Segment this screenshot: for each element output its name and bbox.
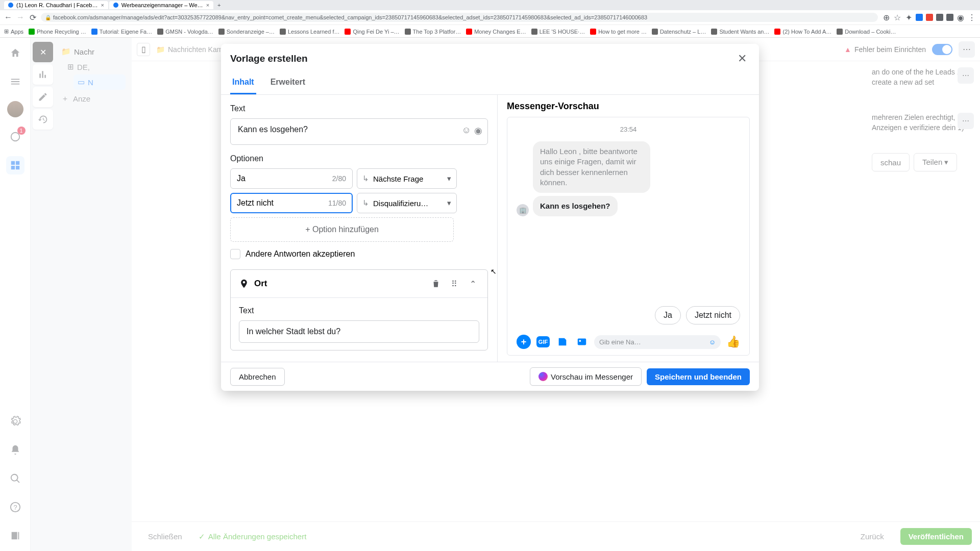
profile-icon[interactable]: ◉ xyxy=(957,13,965,21)
reload-icon[interactable]: ⟳ xyxy=(29,13,37,21)
bookmark-item[interactable]: How to get more … xyxy=(590,29,647,35)
bookmark-item[interactable]: Sonderanzeige –… xyxy=(218,29,275,35)
svg-rect-3 xyxy=(578,339,586,345)
messenger-icon xyxy=(538,372,548,381)
puzzle-icon[interactable]: ✦ xyxy=(904,13,913,21)
quick-replies: Ja Jetzt nicht xyxy=(655,306,740,324)
emoji-icon[interactable]: ☺ xyxy=(462,125,471,136)
bookmark-item[interactable]: Student Wants an… xyxy=(711,29,769,35)
menu-icon[interactable]: ⋮ xyxy=(968,13,976,21)
star-icon[interactable]: ☆ xyxy=(893,13,901,21)
chevron-down-icon: ▾ xyxy=(447,198,451,208)
chevron-up-icon[interactable]: ⌃ xyxy=(466,277,479,290)
url-text: facebook.com/adsmanager/manage/ads/edit?… xyxy=(53,14,647,20)
trash-icon[interactable] xyxy=(429,277,443,290)
apps-button[interactable]: ⊞Apps xyxy=(4,28,23,35)
ext-icon[interactable] xyxy=(946,14,953,21)
composer: + GIF Gib eine Na… ☺ 👍 xyxy=(517,335,740,349)
section-title: Ort xyxy=(254,279,424,289)
lock-icon: 🔒 xyxy=(45,15,51,20)
save-button[interactable]: Speichern und beenden xyxy=(647,368,750,385)
timestamp: 23:54 xyxy=(517,126,740,133)
modal-title: Vorlage erstellen xyxy=(230,53,308,64)
bookmark-item[interactable]: Lessons Learned f… xyxy=(280,29,340,35)
message-bubble: Hallo Leon , bitte beantworte uns einige… xyxy=(533,141,650,193)
bookmark-item[interactable]: GMSN - Vologda… xyxy=(157,29,213,35)
modal: Vorlage erstellen ✕ Inhalt Erweitert Tex… xyxy=(221,44,759,391)
option-text-input[interactable]: Ja 2/80 xyxy=(230,168,353,189)
thumb-icon[interactable]: 👍 xyxy=(726,335,740,349)
preview-messenger-button[interactable]: Vorschau im Messenger xyxy=(530,367,642,386)
new-tab-button[interactable]: + xyxy=(214,2,224,8)
ext-icon[interactable] xyxy=(916,14,923,21)
close-icon[interactable]: × xyxy=(101,2,104,8)
bookmark-item[interactable]: Tutorial: Eigene Fa… xyxy=(91,29,153,35)
option-row: Jetzt nicht 11/80 ↳ Disqualifizieru… ▾ xyxy=(230,193,488,213)
svg-point-4 xyxy=(579,340,581,342)
option-action-select[interactable]: ↳ Disqualifizieru… ▾ xyxy=(357,193,457,213)
preview-title: Messenger-Vorschau xyxy=(507,101,750,112)
input-value: Jetzt nicht xyxy=(237,198,274,208)
ext-icon[interactable] xyxy=(926,14,933,21)
field-label: Optionen xyxy=(230,154,488,163)
emoji-icon[interactable]: ☺ xyxy=(709,338,716,346)
plus-icon[interactable]: + xyxy=(517,335,531,349)
form-side: Text Kann es losgehen? ☺ ◉ Optionen Ja 2… xyxy=(221,95,498,362)
url-bar[interactable]: 🔒 facebook.com/adsmanager/manage/ads/edi… xyxy=(41,13,878,22)
tab-content[interactable]: Inhalt xyxy=(230,73,256,94)
quick-reply-button[interactable]: Jetzt nicht xyxy=(686,306,740,324)
messenger-preview: 23:54 Hallo Leon , bitte beantworte uns … xyxy=(507,117,750,356)
modal-tabs: Inhalt Erweitert xyxy=(221,73,759,95)
question-text-input[interactable]: Kann es losgehen? ☺ ◉ xyxy=(230,118,488,145)
quick-reply-button[interactable]: Ja xyxy=(655,306,681,324)
message-bubble: Kann es losgehen? xyxy=(533,196,618,216)
zoom-icon[interactable]: ⊕ xyxy=(882,13,890,21)
favicon-icon xyxy=(113,3,118,8)
reply-icon: ↳ xyxy=(362,174,369,183)
modal-footer: Abbrechen Vorschau im Messenger Speicher… xyxy=(221,362,759,391)
nav-bar: ← → ⟳ 🔒 facebook.com/adsmanager/manage/a… xyxy=(0,10,980,24)
close-icon[interactable]: ✕ xyxy=(734,51,750,66)
bookmark-item[interactable]: Phone Recycling … xyxy=(29,29,86,35)
compose-input[interactable]: Gib eine Na… ☺ xyxy=(594,335,721,349)
tab-bar: (1) Leon R. Chaudhari | Faceb… × Werbean… xyxy=(0,0,980,10)
bookmark-item[interactable]: Money Changes E… xyxy=(466,29,526,35)
bookmark-item[interactable]: Datenschutz – L… xyxy=(652,29,706,35)
forward-icon[interactable]: → xyxy=(16,13,24,21)
char-counter: 11/80 xyxy=(328,199,346,207)
drag-icon[interactable]: ⠿ xyxy=(448,277,461,290)
back-icon[interactable]: ← xyxy=(4,13,12,21)
sticker-icon[interactable] xyxy=(555,335,570,349)
bookmarks-bar: ⊞Apps Phone Recycling … Tutorial: Eigene… xyxy=(0,24,980,38)
option-text-input[interactable]: Jetzt nicht 11/80 xyxy=(230,193,353,213)
accept-other-row: Andere Antworten akzeptieren xyxy=(230,249,488,259)
cancel-button[interactable]: Abbrechen xyxy=(230,368,285,386)
question-text-input[interactable]: In welcher Stadt lebst du? xyxy=(239,320,479,343)
checkbox[interactable] xyxy=(230,249,240,259)
checkbox-label: Andere Antworten akzeptieren xyxy=(246,249,355,259)
field-label: Text xyxy=(239,306,479,315)
bookmark-item[interactable]: Download – Cooki… xyxy=(837,29,896,35)
close-icon[interactable]: × xyxy=(206,2,209,8)
tab-advanced[interactable]: Erweitert xyxy=(268,73,307,94)
ext-icon[interactable] xyxy=(936,14,943,21)
placeholder-text: Gib eine Na… xyxy=(599,338,706,346)
add-option-button[interactable]: + Option hinzufügen xyxy=(230,217,454,242)
cursor-icon: ↖ xyxy=(491,267,497,276)
image-icon[interactable] xyxy=(575,335,589,349)
input-value: In welcher Stadt lebst du? xyxy=(247,327,340,336)
browser-tab[interactable]: Werbeanzeigenmanager – We… × xyxy=(109,1,213,9)
tab-title: (1) Leon R. Chaudhari | Faceb… xyxy=(16,2,97,8)
bookmark-item[interactable]: LEE 'S HOUSE·… xyxy=(531,29,585,35)
bookmark-item[interactable]: The Top 3 Platfor… xyxy=(405,29,461,35)
bookmark-item[interactable]: (2) How To Add A… xyxy=(774,29,831,35)
bookmark-item[interactable]: Qing Fei De Yi –… xyxy=(345,29,399,35)
chevron-down-icon: ▾ xyxy=(447,174,451,183)
option-row: Ja 2/80 ↳ Nächste Frage ▾ xyxy=(230,168,488,189)
option-action-select[interactable]: ↳ Nächste Frage ▾ xyxy=(357,168,457,189)
message-row: 🏢 Kann es losgehen? xyxy=(517,196,740,216)
gif-icon[interactable]: GIF xyxy=(536,335,550,349)
personalize-icon[interactable]: ◉ xyxy=(474,125,482,136)
question-section: Ort ⠿ ⌃ Text In welcher Stadt lebst du? xyxy=(230,269,488,350)
browser-tab[interactable]: (1) Leon R. Chaudhari | Faceb… × xyxy=(4,1,108,9)
